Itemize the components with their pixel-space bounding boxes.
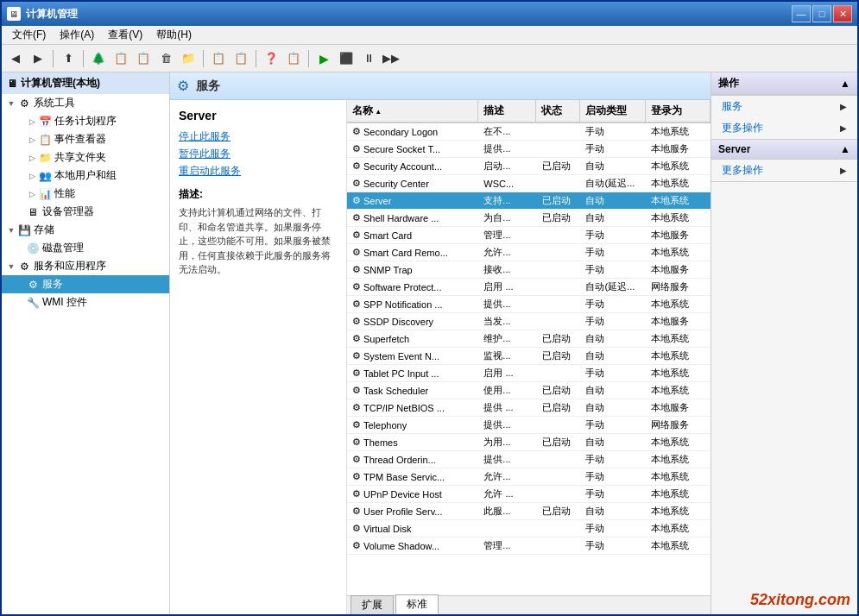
list-row[interactable]: ⚙ Telephony 提供... 手动 网络服务 [347,417,711,434]
col-header-name[interactable]: 名称 [347,100,478,122]
expand-icon-users: ▷ [26,170,38,182]
col-header-status[interactable]: 状态 [536,100,580,122]
server-action-header[interactable]: Server ▲ [711,140,857,160]
tree-node-system-tools[interactable]: ▼ ⚙ 系统工具 [2,94,169,112]
stop-button[interactable]: ⬛ [336,48,357,69]
tree-node-disk-mgmt[interactable]: 💿 磁盘管理 [2,239,169,257]
list-row[interactable]: ⚙ Superfetch 维护... 已启动 自动 本地系统 [347,330,711,348]
window-icon: 🖥 [7,7,21,21]
tree-node-task-scheduler[interactable]: ▷ 📅 任务计划程序 [2,112,169,130]
tree-node-services[interactable]: ⚙ 服务 [2,275,169,293]
list-row[interactable]: ⚙ TCP/IP NetBIOS ... 提供 ... 已启动 自动 本地服务 [347,399,711,417]
forward-button[interactable]: ▶ [28,48,48,69]
cell-desc-5: 为自... [478,211,536,225]
list-row[interactable]: ⚙ Themes 为用... 已启动 自动 本地系统 [347,434,711,451]
cell-status-24 [537,545,581,547]
menu-file[interactable]: 文件(F) [5,26,53,44]
cell-status-11 [537,321,581,323]
tree-node-storage[interactable]: ▼ 💾 存储 [2,221,169,239]
list-row[interactable]: ⚙ TPM Base Servic... 允许... 手动 本地系统 [347,468,711,486]
cell-startup-3: 自动(延迟... [580,176,645,191]
list-row[interactable]: ⚙ Secondary Logon 在不... 手动 本地系统 [347,123,711,141]
help-button[interactable]: ❓ [261,48,281,69]
event-icon: 📋 [38,133,52,147]
tree-node-wmi[interactable]: 🔧 WMI 控件 [2,293,169,311]
actions-header[interactable]: 操作 ▲ [711,72,857,95]
tab-standard[interactable]: 标准 [395,594,439,614]
list-row[interactable]: ⚙ Thread Orderin... 提供... 手动 本地系统 [347,451,711,468]
cell-status-21 [537,493,581,495]
tree-node-performance[interactable]: ▷ 📊 性能 [2,185,169,203]
restart-button[interactable]: ▶▶ [381,48,401,69]
cell-login-17: 网络服务 [646,418,711,432]
show-hide-tree-button[interactable]: 🌲 [88,48,109,69]
cell-startup-11: 手动 [580,314,645,329]
list-row[interactable]: ⚙ Smart Card 管理... 手动 本地服务 [347,227,711,244]
list-row[interactable]: ⚙ Security Account... 启动... 已启动 自动 本地系统 [347,158,711,175]
tree-node-event-viewer[interactable]: ▷ 📋 事件查看器 [2,130,169,148]
col-header-startup[interactable]: 启动类型 [580,100,645,122]
tree-node-device-manager[interactable]: 🖥 设备管理器 [2,203,169,221]
up-button[interactable]: ⬆ [58,48,79,69]
tree-node-shared-folders[interactable]: ▷ 📁 共享文件夹 [2,148,169,167]
list-row[interactable]: ⚙ Volume Shadow... 管理... 手动 本地系统 [347,537,711,555]
cell-name-14: ⚙ Tablet PC Input ... [347,367,478,380]
menu-help[interactable]: 帮助(H) [149,26,199,44]
perf-label: 性能 [54,186,75,201]
list-row[interactable]: ⚙ UPnP Device Host 允许 ... 手动 本地系统 [347,486,711,503]
action-more-1[interactable]: 更多操作 ▶ [711,117,857,139]
list-header: 名称 描述 状态 启动类型 登录为 [347,100,711,123]
list-row[interactable]: ⚙ SSDP Discovery 当发... 手动 本地服务 [347,313,711,330]
toolbar-btn-2[interactable]: 📋 [133,48,154,69]
service-list-body[interactable]: ⚙ Secondary Logon 在不... 手动 本地系统 ⚙ Secure… [347,123,711,595]
panel-header: ⚙ 服务 [170,72,711,100]
list-row[interactable]: ⚙ Security Center WSC... 自动(延迟... 本地系统 [347,175,711,192]
cell-name-4: ⚙ Server [347,194,478,207]
list-row[interactable]: ⚙ Task Scheduler 使用... 已启动 自动 本地系统 [347,382,711,399]
maximize-button[interactable]: □ [812,5,831,22]
list-row[interactable]: ⚙ System Event N... 监视... 已启动 自动 本地系统 [347,348,711,365]
menu-action[interactable]: 操作(A) [53,26,101,44]
toolbar-btn-7[interactable]: 📋 [283,48,304,69]
list-row[interactable]: ⚙ Smart Card Remo... 允许... 手动 本地系统 [347,244,711,261]
stop-service-link[interactable]: 停止此服务 [179,129,338,144]
toolbar-separator-5 [308,50,309,67]
cell-status-6 [537,235,581,236]
list-row[interactable]: ⚙ Secure Socket T... 提供... 手动 本地服务 [347,141,711,158]
action-more-2[interactable]: 更多操作 ▶ [711,160,857,181]
cell-login-18: 本地系统 [646,435,711,449]
list-row[interactable]: ⚙ SPP Notification ... 提供... 手动 本地系统 [347,296,711,313]
back-button[interactable]: ◀ [5,48,26,69]
service-desc-title: 描述: [179,187,338,202]
list-row[interactable]: ⚙ Software Protect... 启用 ... 自动(延迟... 网络… [347,279,711,296]
menu-view[interactable]: 查看(V) [101,26,149,44]
tree-node-local-users[interactable]: ▷ 👥 本地用户和组 [2,167,169,185]
toolbar-btn-4[interactable]: 📁 [178,48,199,69]
cell-status-5: 已启动 [537,211,581,225]
cell-status-7 [537,252,581,254]
restart-service-link[interactable]: 重启动此服务 [179,164,338,179]
pause-service-link[interactable]: 暂停此服务 [179,147,338,161]
list-row[interactable]: ⚙ Virtual Disk 手动 本地系统 [347,520,711,537]
tree-node-services-apps[interactable]: ▼ ⚙ 服务和应用程序 [2,257,169,275]
toolbar-btn-6[interactable]: 📋 [231,48,251,69]
list-row[interactable]: ⚙ Tablet PC Input ... 启用 ... 手动 本地系统 [347,365,711,382]
toolbar-btn-1[interactable]: 📋 [111,48,131,69]
minimize-button[interactable]: — [792,5,811,22]
pause-button[interactable]: ⏸ [358,48,379,69]
toolbar-btn-3[interactable]: 🗑 [155,48,176,69]
list-row[interactable]: ⚙ Shell Hardware ... 为自... 已启动 自动 本地系统 [347,210,711,227]
cell-login-15: 本地系统 [646,383,711,398]
cell-name-2: ⚙ Security Account... [347,160,478,173]
close-button[interactable]: ✕ [833,5,852,22]
list-row[interactable]: ⚙ Server 支持... 已启动 自动 本地系统 [347,192,711,210]
toolbar-btn-5[interactable]: 📋 [208,48,229,69]
cell-desc-20: 允许... [478,469,536,484]
list-row[interactable]: ⚙ SNMP Trap 接收... 手动 本地服务 [347,261,711,279]
col-header-login[interactable]: 登录为 [646,100,711,122]
play-button[interactable]: ▶ [313,48,334,69]
col-header-desc[interactable]: 描述 [478,100,536,122]
action-services[interactable]: 服务 ▶ [711,96,857,117]
tab-extend[interactable]: 扩展 [351,595,394,614]
list-row[interactable]: ⚙ User Profile Serv... 此服... 已启动 自动 本地系统 [347,503,711,520]
